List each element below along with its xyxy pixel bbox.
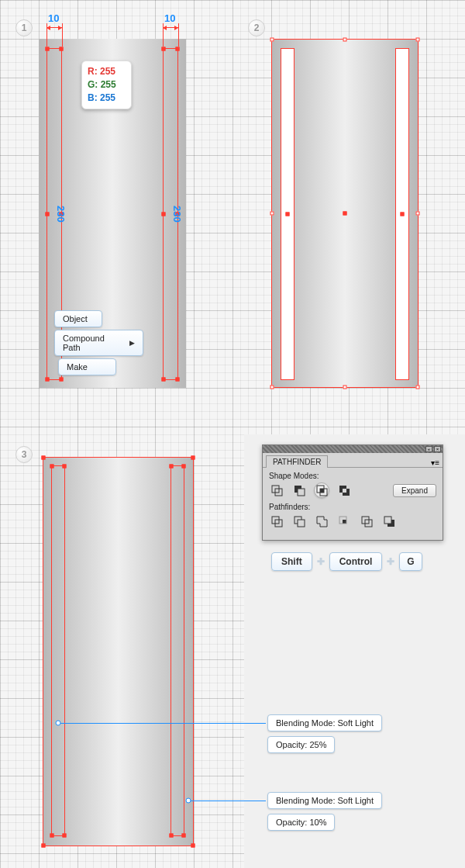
menu-object-label: Object [63,314,88,323]
step2-sel-inner-right[interactable] [395,48,409,380]
crop-icon[interactable] [336,514,352,529]
plus-icon: ✚ [387,556,394,567]
callout-blending-2: Blending Mode: Soft Light [267,792,382,809]
callout-line [60,723,266,724]
hotkey-combo: Shift ✚ Control ✚ G [271,552,422,571]
callout-opacity-1: Opacity: 25% [267,736,335,753]
menu-compound-path[interactable]: Compound Path▶ [54,330,143,356]
chevron-right-icon: ▶ [129,339,135,347]
menu-make[interactable]: Make [58,358,116,375]
step3-outer[interactable] [43,457,194,846]
unite-icon[interactable] [269,482,284,498]
key-label: Control [339,556,373,567]
svg-rect-6 [320,489,324,493]
step-number: 2 [254,22,260,33]
step-number: 3 [22,449,27,460]
key-shift: Shift [271,552,312,571]
key-g: G [399,552,422,571]
rgb-swatch-box: R: 255 G: 255 B: 255 [81,61,132,109]
panel-close-icon[interactable]: × [434,446,441,452]
minus-front-icon[interactable] [291,482,307,498]
key-label: G [407,556,414,567]
panel-collapse-icon[interactable]: « [425,446,432,452]
key-label: Shift [281,556,302,567]
plus-icon: ✚ [317,556,325,567]
intersect-icon[interactable] [314,482,329,498]
panel-titlebar[interactable]: « × [263,445,443,453]
expand-label: Expand [401,486,428,495]
menu-compound-label: Compound Path [63,334,120,352]
rgb-r-val: 255 [100,66,115,77]
dim-tick [178,23,179,47]
minus-back-icon[interactable] [381,514,397,529]
svg-rect-19 [384,517,391,524]
tab-label: PATHFINDER [273,458,321,466]
rgb-b-label: B: [88,92,98,103]
rgb-g-label: G: [88,79,98,90]
step-badge-3: 3 [16,446,33,463]
trim-icon[interactable] [291,514,307,529]
step-badge-2: 2 [248,19,265,36]
dim-tick [62,23,63,47]
context-menu: Object Compound Path▶ Make [54,310,143,378]
rgb-r-label: R: [88,66,98,77]
shape-modes-row: Expand [269,482,436,498]
callout-opacity-2: Opacity: 10% [267,814,335,831]
svg-rect-13 [298,520,305,527]
svg-rect-9 [343,489,346,493]
callout-line [191,801,266,801]
divide-icon[interactable] [269,514,284,529]
dim-label-10a: 10 [48,12,59,24]
dim-label-230b: 230 [171,206,183,223]
menu-object[interactable]: Object [54,310,102,327]
expand-button[interactable]: Expand [393,484,436,497]
rgb-b-val: 255 [100,92,115,103]
svg-rect-14 [343,520,346,524]
panel-tabs: PATHFINDER ▾≡ [263,453,443,468]
svg-rect-3 [298,489,305,496]
step-badge-1: 1 [16,19,33,36]
panel-menu-icon[interactable]: ▾≡ [431,458,439,467]
dim-arrow-10-left [46,27,62,28]
exclude-icon[interactable] [336,482,352,498]
step2-sel-inner-left[interactable] [281,48,294,380]
panel-body: Shape Modes: Expand Pathfinders: [263,468,443,540]
rgb-g-val: 255 [101,79,116,90]
pathfinders-label: Pathfinders: [269,503,436,511]
dim-arrow-10-right [163,27,178,28]
dim-label-10b: 10 [164,12,175,24]
outline-icon[interactable] [359,514,374,529]
key-control: Control [329,552,383,571]
menu-make-label: Make [67,362,88,372]
callout-blending-1: Blending Mode: Soft Light [267,714,382,731]
merge-icon[interactable] [314,514,329,529]
step-number: 1 [22,22,27,33]
tab-pathfinder[interactable]: PATHFINDER [266,455,328,468]
dim-label-230a: 230 [55,206,67,223]
pathfinders-row [269,514,436,529]
pathfinder-panel: « × PATHFINDER ▾≡ Shape Modes: Expand Pa… [262,444,443,541]
shape-modes-label: Shape Modes: [269,472,436,480]
